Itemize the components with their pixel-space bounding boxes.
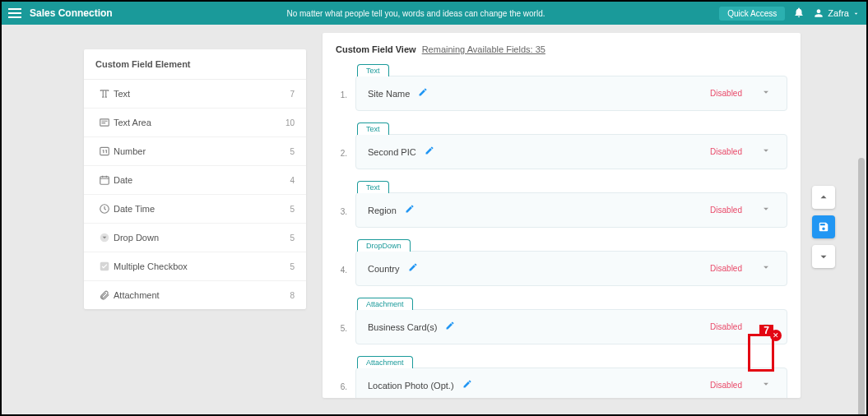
element-type-count: 10 (285, 118, 295, 127)
field-status: Disabled (710, 147, 742, 156)
custom-field-view-panel: Custom Field View Remaining Available Fi… (323, 33, 801, 398)
field-status: Disabled (710, 89, 742, 98)
edit-field-icon[interactable] (408, 262, 418, 275)
element-type-count: 5 (290, 262, 295, 271)
floating-actions (812, 186, 835, 268)
element-type-label: Drop Down (114, 233, 290, 243)
element-type-label: Number (114, 146, 290, 156)
element-type-count: 4 (290, 176, 295, 185)
element-type-row[interactable]: Drop Down5 (84, 224, 306, 252)
element-type-count: 5 (290, 233, 295, 243)
element-type-label: Multiple Checkbox (114, 261, 290, 271)
custom-field-element-panel: Custom Field Element Text7Text Area10Num… (84, 49, 306, 309)
field-type-tag: Text (357, 122, 389, 135)
edit-field-icon[interactable] (445, 321, 455, 333)
user-name-label: Zafra (828, 8, 849, 18)
hamburger-menu-icon[interactable] (8, 8, 21, 18)
element-type-label: Date (114, 175, 290, 185)
save-button[interactable] (812, 215, 835, 238)
field-box[interactable]: Site NameDisabled (355, 76, 787, 111)
field-name-label: Site Name (368, 89, 410, 99)
element-type-label: Text Area (114, 118, 285, 127)
field-type-tag: Text (357, 64, 389, 76)
edit-field-icon[interactable] (462, 379, 472, 391)
expand-field-icon[interactable] (757, 201, 775, 219)
field-box[interactable]: Location Photo (Opt.)Disabled (355, 367, 787, 398)
element-type-row[interactable]: Text Area10 (84, 109, 306, 137)
user-menu[interactable]: Zafra (813, 7, 860, 19)
element-type-row[interactable]: Multiple Checkbox5 (84, 252, 306, 281)
expand-field-icon[interactable] (757, 85, 775, 102)
panel-header: Custom Field View Remaining Available Fi… (336, 44, 787, 54)
element-type-row[interactable]: Attachment8 (84, 281, 306, 309)
field-status: Disabled (710, 264, 742, 273)
element-type-row[interactable]: Date Time5 (84, 195, 306, 224)
field-status: Disabled (710, 381, 742, 390)
quick-access-button[interactable]: Quick Access (719, 7, 785, 21)
datetime-icon (95, 203, 114, 215)
field-type-tag: Text (357, 181, 389, 193)
element-type-row[interactable]: Date4 (84, 166, 306, 195)
scroll-down-button[interactable] (812, 245, 835, 268)
field-row: 1.TextSite NameDisabled (336, 64, 787, 111)
expand-field-icon[interactable] (757, 143, 775, 160)
annotation-close-icon: ✕ (770, 330, 782, 341)
expand-field-icon[interactable] (757, 260, 775, 277)
element-type-count: 5 (290, 147, 295, 156)
top-bar: Sales Connection No matter what people t… (2, 2, 866, 25)
field-name-label: Location Photo (Opt.) (368, 381, 454, 391)
field-row: 6.AttachmentLocation Photo (Opt.)Disable… (336, 356, 787, 398)
field-box[interactable]: CountryDisabled (355, 251, 787, 286)
field-type-tag: Attachment (357, 298, 413, 310)
field-row: 3.TextRegionDisabled (336, 181, 787, 228)
text-icon (95, 88, 114, 99)
field-index: 4. (336, 266, 347, 286)
attachment-icon (95, 289, 114, 301)
element-type-count: 5 (290, 205, 295, 214)
notification-bell-icon[interactable] (793, 7, 805, 20)
dropdown-icon (95, 232, 114, 243)
chevron-down-icon (852, 10, 860, 17)
annotation-highlight: 7 ✕ (748, 334, 774, 372)
field-name-label: Second PIC (368, 147, 416, 157)
element-type-count: 8 (290, 291, 295, 300)
tagline-text: No matter what people tell you, words an… (113, 9, 720, 18)
field-box[interactable]: Business Card(s)Disabled (355, 309, 787, 344)
vertical-scrollbar[interactable] (858, 26, 865, 411)
field-status: Disabled (710, 206, 742, 215)
expand-field-icon[interactable] (757, 377, 775, 394)
scroll-up-button[interactable] (812, 186, 835, 209)
date-icon (95, 174, 114, 186)
field-box[interactable]: Second PICDisabled (355, 134, 787, 169)
field-box[interactable]: RegionDisabled (355, 192, 787, 228)
element-type-label: Attachment (114, 290, 290, 300)
field-name-label: Region (368, 206, 397, 215)
element-type-row[interactable]: Number5 (84, 137, 306, 166)
edit-field-icon[interactable] (425, 146, 434, 158)
field-index: 2. (336, 149, 347, 169)
svg-rect-2 (100, 177, 109, 184)
textarea-icon (95, 117, 114, 128)
field-index: 5. (336, 324, 347, 344)
edit-field-icon[interactable] (405, 204, 415, 216)
user-icon (813, 7, 824, 19)
field-name-label: Country (368, 264, 400, 274)
panel-title: Custom Field Element (84, 49, 306, 80)
scrollbar-thumb[interactable] (858, 158, 865, 416)
panel-title: Custom Field View (336, 44, 416, 54)
field-index: 6. (336, 382, 347, 398)
field-index: 3. (336, 207, 347, 228)
field-name-label: Business Card(s) (368, 322, 437, 332)
element-type-label: Text (114, 89, 290, 99)
field-status: Disabled (710, 322, 742, 331)
element-type-count: 7 (290, 90, 295, 99)
element-type-label: Date Time (114, 204, 290, 214)
field-row: 4.DropDownCountryDisabled (336, 239, 787, 286)
number-icon (95, 146, 114, 157)
checkbox-icon (95, 261, 114, 272)
field-row: 5.AttachmentBusiness Card(s)Disabled (336, 298, 787, 344)
element-type-row[interactable]: Text7 (84, 80, 306, 109)
svg-rect-1 (100, 147, 109, 155)
edit-field-icon[interactable] (418, 87, 428, 99)
remaining-fields-link[interactable]: Remaining Available Fields: 35 (422, 44, 545, 54)
